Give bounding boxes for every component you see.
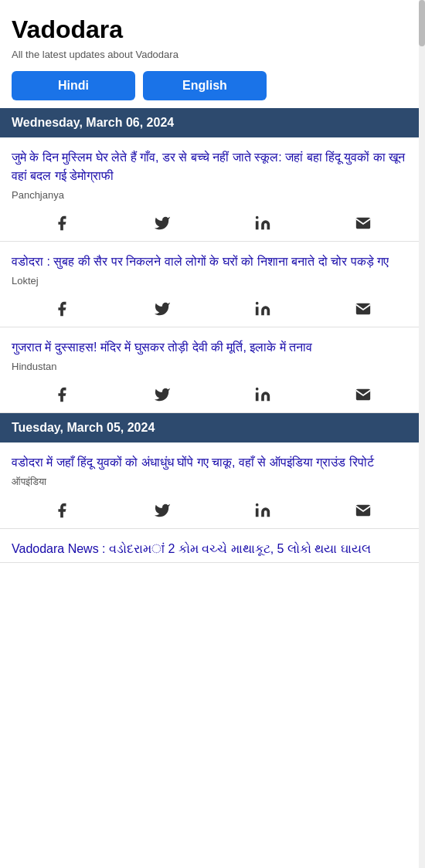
- hindi-button[interactable]: Hindi: [12, 71, 135, 100]
- english-button[interactable]: English: [143, 71, 267, 100]
- twitter-icon-2[interactable]: [112, 300, 212, 317]
- news-title-2[interactable]: वडोदरा : सुबह की सैर पर निकलने वाले लोगो…: [12, 253, 413, 271]
- twitter-icon-1[interactable]: [112, 215, 212, 232]
- share-bar-1: [12, 209, 413, 241]
- language-selector: Hindi English: [12, 71, 413, 100]
- email-icon-4[interactable]: [313, 502, 413, 519]
- news-title-5[interactable]: Vadodara News : વડોદરામां 2 કોમ વચ્ચે મા…: [12, 540, 413, 558]
- news-title-3[interactable]: गुजरात में दुस्साहस! मंदिर में घुसकर तोड…: [12, 338, 413, 357]
- page-header: Vadodara All the latest updates about Va…: [0, 0, 425, 108]
- svg-point-1: [256, 302, 259, 305]
- svg-point-2: [256, 388, 259, 391]
- email-icon-1[interactable]: [313, 215, 413, 232]
- share-bar-2: [12, 294, 413, 327]
- linkedin-icon-1[interactable]: [212, 215, 313, 232]
- share-bar-3: [12, 380, 413, 412]
- email-icon-2[interactable]: [313, 300, 413, 317]
- svg-point-0: [256, 216, 259, 219]
- news-source-4: ऑपइंडिया: [12, 476, 413, 488]
- news-title-4[interactable]: वडोदरा में जहाँ हिंदू युवकों को अंधाधुंध…: [12, 453, 413, 472]
- linkedin-icon-4[interactable]: [212, 502, 313, 519]
- news-item-2: वडोदरा : सुबह की सैर पर निकलने वाले लोगो…: [0, 242, 425, 327]
- date-header-1: Wednesday, March 06, 2024: [0, 108, 425, 137]
- twitter-icon-3[interactable]: [112, 386, 212, 403]
- news-title-1[interactable]: जुमे के दिन मुस्लिम घेर लेते हैं गाँव, ड…: [12, 148, 413, 185]
- scrollbar-thumb[interactable]: [419, 0, 425, 46]
- facebook-icon-4[interactable]: [12, 502, 112, 519]
- linkedin-icon-3[interactable]: [212, 386, 313, 403]
- svg-point-3: [256, 504, 259, 507]
- facebook-icon-3[interactable]: [12, 386, 112, 403]
- news-item-4: वडोदरा में जहाँ हिंदू युवकों को अंधाधुंध…: [0, 442, 425, 529]
- news-source-2: Loktej: [12, 275, 413, 287]
- scrollbar[interactable]: [419, 0, 425, 563]
- page-subtitle: All the latest updates about Vadodara: [12, 49, 413, 60]
- facebook-icon-1[interactable]: [12, 215, 112, 232]
- date-header-2: Tuesday, March 05, 2024: [0, 413, 425, 442]
- news-source-1: Panchjanya: [12, 189, 413, 201]
- facebook-icon-2[interactable]: [12, 300, 112, 317]
- news-item-3: गुजरात में दुस्साहस! मंदिर में घुसकर तोड…: [0, 327, 425, 413]
- news-item-1: जुमे के दिन मुस्लिम घेर लेते हैं गाँव, ड…: [0, 137, 425, 242]
- page-title: Vadodara: [12, 15, 413, 44]
- share-bar-4: [12, 496, 413, 528]
- email-icon-3[interactable]: [313, 386, 413, 403]
- linkedin-icon-2[interactable]: [212, 300, 313, 317]
- news-item-5: Vadodara News : વડોદરામां 2 કોમ વચ્ચે મા…: [0, 529, 425, 563]
- news-source-3: Hindustan: [12, 361, 413, 372]
- twitter-icon-4[interactable]: [112, 502, 212, 519]
